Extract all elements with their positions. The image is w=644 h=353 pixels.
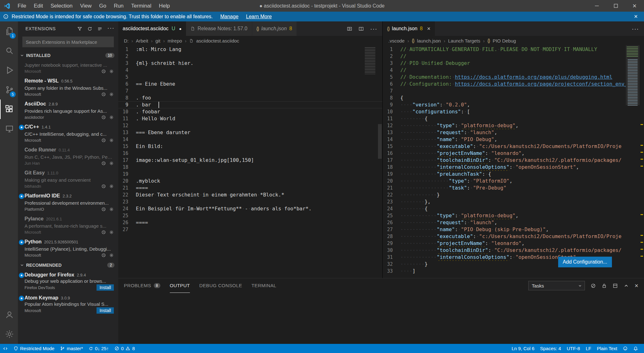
manage-gear-icon[interactable] (109, 230, 114, 235)
code-line[interactable]: 8{ (383, 94, 626, 101)
code-line[interactable]: 24········{ (383, 205, 626, 212)
manage-gear-icon[interactable] (109, 138, 114, 143)
section-header-recommended[interactable]: RECOMMENDED2 (18, 260, 118, 270)
extension-item-scrolled[interactable]: Jupyter notebook support, interactive ..… (18, 60, 118, 76)
extension-status-icon[interactable] (101, 161, 106, 166)
tab-launch-json-right[interactable]: {} launch.json 8 × (383, 21, 435, 36)
lock-icon[interactable] (602, 283, 607, 288)
filter-icon[interactable] (77, 26, 82, 31)
breadcrumb-item[interactable]: asciidoctest.asciidoc (196, 38, 239, 43)
code-line[interactable]: 26············"request":·"launch", (383, 219, 626, 226)
code-line[interactable]: 5//·Documentation:·https://docs.platform… (383, 74, 626, 81)
menu-file[interactable]: File (14, 0, 30, 12)
code-line[interactable]: 3{ml}·schreibt·hier. (118, 60, 382, 67)
breadcrumb-item[interactable]: launch.json (417, 38, 441, 43)
extension-item-atom-keymap[interactable]: ★Atom Keymap3.0.9Popular Atom keybinding… (18, 293, 118, 316)
panel-tab-debug-console[interactable]: DEBUG CONSOLE (199, 278, 242, 293)
panel-tab-output[interactable]: OUTPUT (170, 278, 190, 293)
install-button[interactable]: Install (97, 284, 114, 291)
manage-gear-icon[interactable] (109, 115, 114, 120)
code-line[interactable]: 14············"name":·"PIO·Debug", (383, 136, 626, 143)
extension-status-icon[interactable] (101, 92, 106, 97)
code-line[interactable]: 9····"version":·"0.2.0", (383, 101, 626, 108)
section-header-installed[interactable]: INSTALLED10 (18, 50, 118, 60)
maximize-button[interactable] (606, 0, 625, 12)
code-line[interactable]: 27············"name":·"PIO·Debug·(skip·P… (383, 226, 626, 233)
code-line[interactable]: 10····"configurations":·[ (383, 108, 626, 115)
code-line[interactable]: 17image::wlan-setup_01_klein.jpg[100,150… (118, 157, 382, 164)
extension-item-asciidoc[interactable]: AsciiDoc2.8.9Provides rich language supp… (18, 99, 118, 122)
tab-asciidoctest[interactable]: asciidoctest.asciidoc U ● (118, 21, 186, 36)
extension-status-icon[interactable] (101, 230, 106, 235)
code-line[interactable]: 7 (118, 88, 382, 94)
code-line[interactable]: 11.·Hello·World (118, 115, 382, 122)
activity-remote-explorer[interactable] (0, 119, 18, 139)
code-line[interactable]: 13············"request":·"launch", (383, 129, 626, 136)
code-line[interactable]: 18 (118, 164, 382, 171)
code-line[interactable]: 2 (118, 53, 382, 60)
dirty-indicator-icon[interactable]: ● (179, 26, 181, 31)
code-line[interactable]: 5 (118, 74, 382, 81)
activity-search[interactable] (0, 41, 18, 60)
manage-gear-icon[interactable] (109, 92, 114, 97)
clear-icon[interactable] (97, 26, 103, 31)
encoding-status[interactable]: UTF-8 (564, 344, 583, 353)
menu-edit[interactable]: Edit (30, 0, 47, 12)
manage-gear-icon[interactable] (109, 253, 114, 258)
code-line[interactable]: 6==·Eine·Ebene (118, 81, 382, 88)
sync-status[interactable]: 0↓ 25↑ (86, 344, 112, 353)
close-panel-icon[interactable]: × (635, 282, 638, 289)
more-actions-icon[interactable]: ··· (107, 26, 114, 31)
code-line[interactable]: 16············"projectEnvName":·"leonard… (383, 150, 626, 157)
code-line[interactable]: 20.myblock (118, 178, 382, 185)
banner-close-icon[interactable]: × (631, 13, 641, 20)
accounts-button[interactable] (0, 305, 18, 324)
extensions-search-input[interactable] (22, 37, 114, 47)
code-line[interactable]: 2// (383, 53, 626, 60)
editor-asciidoc[interactable]: 1:ml:·Mirco·Lang23{ml}·schreibt·hier.456… (118, 45, 382, 278)
restricted-mode-status[interactable]: Restricted Mode (11, 344, 57, 353)
breadcrumb-item[interactable]: PIO Debug (493, 38, 516, 43)
extension-item-code-runner[interactable]: Code Runner0.11.4Run C, C++, Java, JS, P… (18, 145, 118, 168)
code-line[interactable]: 33····] (383, 268, 626, 275)
code-line[interactable]: 4 (118, 67, 382, 74)
code-line[interactable]: 22············} (383, 191, 626, 198)
tab-release-notes[interactable]: Release Notes: 1.57.0 (186, 21, 252, 36)
extension-item-debugger-for-firefox[interactable]: ★Debugger for Firefox2.9.4Debug your web… (18, 270, 118, 293)
scrollbar[interactable] (378, 124, 382, 159)
open-preview-icon[interactable] (347, 26, 352, 31)
code-line[interactable]: 17············"toolchainBinDir":·"C:/Use… (383, 157, 626, 164)
extension-status-icon[interactable] (101, 138, 106, 143)
code-line[interactable]: 15············"executable":·"c:/Users/ka… (383, 143, 626, 150)
install-button[interactable]: Install (97, 307, 114, 314)
refresh-icon[interactable] (87, 26, 92, 31)
extension-status-icon[interactable] (101, 115, 106, 120)
code-line[interactable]: 15Ein·Bild: (118, 143, 382, 150)
breadcrumb-item[interactable]: D: (124, 38, 129, 43)
breadcrumb-item[interactable]: Arbeit (136, 38, 148, 43)
code-line[interactable]: 26==== (118, 219, 382, 226)
cursor-position-status[interactable]: Ln 9, Col 6 (509, 344, 537, 353)
code-line[interactable]: 19············"preLaunchTask":·{ (383, 171, 626, 178)
close-window-button[interactable]: × (625, 0, 644, 12)
extension-status-icon[interactable] (101, 69, 106, 74)
minimap[interactable] (364, 47, 377, 74)
code-line[interactable]: 21················"task":·"Pre-Debug" (383, 185, 626, 191)
code-line[interactable]: 18············"internalConsoleOptions":·… (383, 164, 626, 171)
language-mode-status[interactable]: Plain Text (594, 344, 620, 353)
activity-source-control[interactable]: 5 (0, 80, 18, 100)
code-line[interactable]: 12············"type":·"platformio-debug"… (383, 122, 626, 129)
settings-button[interactable] (0, 324, 18, 344)
menu-run[interactable]: Run (110, 0, 127, 12)
code-line[interactable]: 30············"toolchainBinDir":·"C:/Use… (383, 247, 626, 254)
code-line[interactable]: 20················"type":·"PlatformIO", (383, 178, 626, 185)
code-line[interactable]: 14 (118, 136, 382, 143)
code-line[interactable]: 4// (383, 67, 626, 74)
menu-help[interactable]: Help (155, 0, 174, 12)
open-in-editor-icon[interactable] (613, 283, 618, 288)
remote-indicator[interactable] (0, 344, 11, 353)
menu-selection[interactable]: Selection (47, 0, 76, 12)
activity-extensions[interactable] (0, 100, 18, 119)
eol-status[interactable]: LF (583, 344, 594, 353)
code-line[interactable]: 6//·Configuration:·https://docs.platform… (383, 81, 626, 88)
